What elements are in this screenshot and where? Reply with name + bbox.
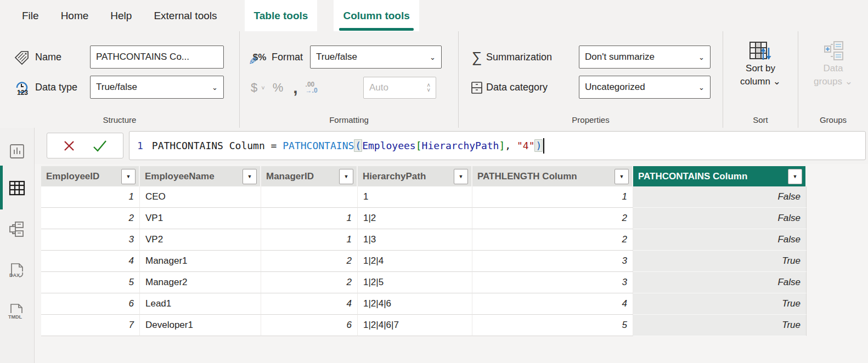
tab-home[interactable]: Home <box>50 0 100 31</box>
tab-table-tools[interactable]: Table tools <box>245 0 318 31</box>
table-cell[interactable]: 1|2|4|6 <box>358 293 472 315</box>
table-cell[interactable]: True <box>633 293 807 315</box>
table-cell[interactable]: False <box>633 208 807 229</box>
table-cell[interactable]: 2 <box>261 251 358 272</box>
sidebar-item-model-view[interactable] <box>0 217 34 241</box>
column-header-pathcontains-column[interactable]: PATHCONTAINS Column▼ <box>633 166 807 186</box>
table-cell[interactable]: 3 <box>41 229 140 251</box>
table-cell[interactable]: 1|3 <box>358 229 472 251</box>
table-cell[interactable]: False <box>633 272 807 293</box>
data-category-value: Uncategorized <box>585 82 645 93</box>
spinner-icons: ˄˅ <box>427 83 430 93</box>
data-category-icon <box>467 81 486 95</box>
sidebar-item-dax-query-view[interactable]: DAX <box>0 258 34 282</box>
column-header-label: PATHLENGTH Column <box>477 171 577 182</box>
table-cell[interactable]: 5 <box>472 315 633 336</box>
menu-tabs: FileHomeHelpExternal toolsTable toolsCol… <box>0 0 419 31</box>
table-cell[interactable]: 2 <box>472 229 633 251</box>
table-cell[interactable]: 1|2|4 <box>358 251 472 272</box>
table-cell[interactable]: 1|2 <box>358 208 472 229</box>
table-cell[interactable]: Lead1 <box>140 293 261 315</box>
dax-query-view-icon: DAX <box>7 260 27 280</box>
table-row: 3VP211|32False <box>41 229 807 251</box>
column-header-label: ManagerID <box>266 171 314 182</box>
table-cell[interactable]: 1|2|4|6|7 <box>358 315 472 336</box>
sort-by-column-button[interactable]: Sort by column ⌄ <box>723 40 798 88</box>
table-cell[interactable]: False <box>633 229 807 251</box>
chevron-down-icon: ⌄ <box>695 53 704 61</box>
tab-file[interactable]: File <box>11 0 50 31</box>
sidebar-item-report-view[interactable] <box>0 139 34 163</box>
table-cell[interactable]: 1 <box>261 229 358 251</box>
summarization-select[interactable]: Don't summarize ⌄ <box>579 46 711 69</box>
table-cell[interactable]: False <box>633 186 807 208</box>
tab-column-tools[interactable]: Column tools <box>334 0 419 31</box>
sidebar-item-tmdl-view[interactable]: TMDL <box>0 299 34 323</box>
column-header-hierarchypath[interactable]: HierarchyPath▼ <box>358 166 472 186</box>
column-name-value: PATHCONTAINS Co... <box>96 52 189 63</box>
table-cell[interactable]: True <box>633 251 807 272</box>
table-cell[interactable]: 2 <box>472 208 633 229</box>
data-type-icon: 123 <box>12 79 33 97</box>
table-cell[interactable]: CEO <box>140 186 261 208</box>
filter-dropdown-icon[interactable]: ▼ <box>121 169 136 184</box>
table-cell[interactable]: Developer1 <box>140 315 261 336</box>
table-cell[interactable]: 7 <box>41 315 140 336</box>
table-cell[interactable]: 1|2|5 <box>358 272 472 293</box>
group-caption-groups: Groups <box>798 115 868 124</box>
table-cell[interactable]: 5 <box>41 272 140 293</box>
ribbon-group-structure: Name PATHCONTAINS Co... 123 Data type Tr… <box>0 31 240 128</box>
data-table: EmployeeID▼EmployeeName▼ManagerID▼Hierar… <box>41 166 807 336</box>
format-select[interactable]: True/false ⌄ <box>310 46 442 69</box>
formula-token-bracket: ] <box>499 140 505 151</box>
column-header-employeeid[interactable]: EmployeeID▼ <box>41 166 140 186</box>
table-cell[interactable]: 4 <box>261 293 358 315</box>
tmdl-view-icon: TMDL <box>7 301 27 321</box>
table-cell[interactable]: 2 <box>41 208 140 229</box>
tab-external-tools[interactable]: External tools <box>143 0 228 31</box>
table-cell[interactable]: 4 <box>41 251 140 272</box>
table-cell[interactable] <box>261 186 358 208</box>
table-cell[interactable]: 3 <box>472 272 633 293</box>
format-label: Format <box>272 52 303 63</box>
decimal-auto-input: Auto ˄˅ <box>363 77 436 99</box>
filter-dropdown-icon[interactable]: ▼ <box>788 169 802 184</box>
table-cell[interactable]: 1 <box>261 208 358 229</box>
table-cell[interactable]: VP1 <box>140 208 261 229</box>
table-cell[interactable]: VP2 <box>140 229 261 251</box>
filter-dropdown-icon[interactable]: ▼ <box>243 169 257 184</box>
column-name-input[interactable]: PATHCONTAINS Co... <box>90 46 224 69</box>
table-cell[interactable]: True <box>633 315 807 336</box>
table-cell[interactable]: 4 <box>472 293 633 315</box>
sidebar-item-table-view[interactable] <box>0 176 34 200</box>
data-type-select[interactable]: True/false ⌄ <box>90 76 224 99</box>
dax-formula-input[interactable]: 1 PATHCONTAINS Column = PATHCONTAINS(Emp… <box>129 131 866 160</box>
chevron-down-icon: ⌄ <box>695 83 704 92</box>
table-cell[interactable]: 1 <box>472 186 633 208</box>
table-cell[interactable]: 1 <box>358 186 472 208</box>
cancel-icon[interactable] <box>63 139 76 152</box>
sort-by-label-line2: column ⌄ <box>740 75 781 88</box>
table-cell[interactable]: 1 <box>41 186 140 208</box>
table-cell[interactable]: Manager2 <box>140 272 261 293</box>
table-cell[interactable]: 6 <box>261 315 358 336</box>
filter-dropdown-icon[interactable]: ▼ <box>454 169 468 184</box>
column-header-employeename[interactable]: EmployeeName▼ <box>140 166 261 186</box>
column-header-pathlength-column[interactable]: PATHLENGTH Column▼ <box>472 166 633 186</box>
name-label: Name <box>35 52 61 63</box>
table-row: 5Manager221|2|53False <box>41 272 807 293</box>
formula-token-plain: PATHCONTAINS Column = <box>152 140 283 151</box>
chevron-down-icon: ⌄ <box>426 53 436 61</box>
table-cell[interactable]: 6 <box>41 293 140 315</box>
filter-dropdown-icon[interactable]: ▼ <box>339 169 353 184</box>
table-cell[interactable]: Manager1 <box>140 251 261 272</box>
tab-help[interactable]: Help <box>99 0 143 31</box>
check-icon[interactable] <box>92 139 108 152</box>
data-category-select[interactable]: Uncategorized ⌄ <box>579 76 711 99</box>
filter-dropdown-icon[interactable]: ▼ <box>615 169 629 184</box>
data-groups-icon <box>822 40 845 62</box>
table-cell[interactable]: 2 <box>261 272 358 293</box>
table-cell[interactable]: 3 <box>472 251 633 272</box>
column-header-managerid[interactable]: ManagerID▼ <box>261 166 358 186</box>
ribbon-group-properties: ∑ Summarization Don't summarize ⌄ Data c… <box>459 31 723 128</box>
